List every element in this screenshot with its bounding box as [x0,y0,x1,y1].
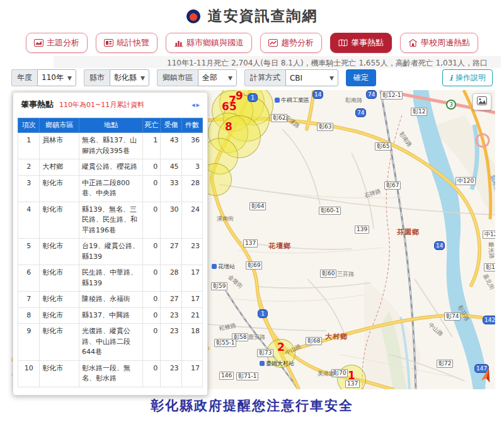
map-text-label: 芬園鄉 [397,227,420,237]
cell-district: 彰化市 [40,360,79,387]
table-row[interactable]: 2 大村鄉 縱貫公路、櫻花路 0 45 3 [18,159,203,176]
cell-deaths: 0 [143,265,161,292]
county-select[interactable]: 彰化縣▼ [110,69,149,86]
road-number-label: 彰67 [384,181,401,190]
county-label: 縣市 [84,69,110,86]
cell-rank: 7 [18,292,40,308]
road-number-label: 中121 [483,231,495,239]
school-icon [408,39,418,47]
cell-injuries: 28 [161,265,181,292]
cell-injuries: 23 [161,360,181,387]
table-row[interactable]: 7 彰化市 陳稜路、永福街 0 27 17 [18,292,203,308]
table-row[interactable]: 6 彰化市 民生路、中華路、縣139 0 28 17 [18,265,203,292]
cell-location: 彰水路一段、無名、彰水路 [79,360,142,387]
footer-safety-message: 彰化縣政府提醒您注意行車安全 [0,397,504,414]
cell-location: 台19、縱貫公路、縣139 [79,239,142,265]
help-button[interactable]: i操作說明 [442,69,493,86]
nav-school-hotspots[interactable]: 學校周邊熱點 [400,33,478,53]
chevron-down-icon: ▼ [67,75,72,81]
route-shield: 74 [366,90,377,99]
cell-district: 彰化市 [40,292,79,308]
year-select[interactable]: 110年▼ [37,69,76,86]
road-number-label: 彰189 [484,263,495,271]
cell-deaths: 0 [143,175,161,202]
road-number-label: 彰12 [411,108,427,116]
cell-cases: 17 [181,265,202,292]
cell-district: 彰化市 [40,307,79,324]
cell-rank: 4 [18,202,40,239]
panel-collapse-icon[interactable]: ◂▸ [192,101,201,109]
cell-injuries: 23 [161,324,181,361]
road-number-label: 彰65 [375,142,391,151]
col-rank: 項次 [18,118,40,133]
area-chart-icon [34,39,43,47]
road-number-label: 彰12-1 [381,91,403,100]
hotspot-rank-number[interactable]: 6 [222,101,229,112]
route-shield: 142 [483,316,495,324]
map-text-label: 大村鄉 [325,332,348,341]
filter-bar: 年度 110年▼ 縣市 彰化縣▼ 鄉鎮市區 全部▼ 計算方式 CBI▼ 確定 i… [11,69,493,86]
road-number-label: 139 [355,225,369,234]
stats-ticker: 110年1-11月死亡 2,704人(每日 8.1人)，機車騎士死亡 1,655… [54,56,501,68]
trend-chart-icon [268,39,278,47]
table-row[interactable]: 10 彰化市 彰水路一段、無名、彰水路 0 23 17 [18,360,203,387]
cell-location: 中正路二段800巷、中央路 [79,175,142,202]
table-row[interactable]: 4 彰化市 縣139、無名、三民路、民生路、和平路196巷 0 30 24 [18,202,203,239]
table-row[interactable]: 9 彰化市 光復路、縱貫公路、中山路二段644巷 0 23 18 [18,324,203,361]
basemap-toggle-button[interactable] [472,93,491,110]
cell-rank: 10 [18,360,40,387]
hotspot-rank-number[interactable]: 8 [225,122,232,132]
map-text-label: 花壇站 [212,263,235,271]
road-number-label: 146 [219,372,234,380]
nav-crash-hotspots[interactable]: 肇事熱點 [330,33,392,53]
cell-rank: 2 [18,159,40,176]
cell-deaths: 0 [143,360,161,387]
hotspot-rank-number[interactable]: 2 [277,342,285,353]
cell-deaths: 1 [143,133,161,159]
cell-rank: 9 [18,324,40,361]
north-arrow-icon [480,367,494,384]
map-text-label: 美港路 [318,370,335,378]
hotspot-rank-number[interactable]: 5 [229,101,237,112]
table-row[interactable]: 1 員林市 無名、縣137、山腳路六段395巷 1 43 36 [18,133,203,159]
cell-cases: 21 [181,307,202,324]
map-text-label: 臺鐵大村站 [260,360,294,368]
method-select[interactable]: CBI▼ [285,69,338,86]
nav-theme-analysis[interactable]: 主題分析 [26,33,88,53]
stats-card-icon [104,39,113,47]
table-row[interactable]: 3 彰化市 中正路二段800巷、中央路 0 33 28 [18,175,203,202]
cell-district: 彰化市 [40,265,79,292]
nav-county-township[interactable]: 縣市鄉鎮與國道 [166,33,252,53]
cell-cases: 17 [181,292,202,308]
cell-injuries: 30 [161,202,181,239]
map-text-label: 彰南路 [345,96,362,105]
cell-deaths: 0 [143,307,161,324]
road-number-label: 137 [243,239,258,248]
hotspot-table: 項次 鄉鎮市區 地點 死亡 受傷 件數 1 員林市 無名、縣137、山腳路六段3… [18,118,203,387]
col-cases: 件數 [181,118,202,133]
table-row[interactable]: 8 彰化市 縣137、中興路 0 23 21 [18,307,203,324]
cell-deaths: 0 [143,324,161,361]
cell-location: 民生路、中華路、縣139 [79,265,142,292]
chevron-down-icon: ▼ [140,75,145,81]
road-number-label: 彰72 [437,360,453,368]
col-deaths: 死亡 [143,118,161,133]
hotspot-table-body: 1 員林市 無名、縣137、山腳路六段395巷 1 43 36 2 大村鄉 縱貫… [18,133,203,387]
route-shield: 74 [355,108,366,117]
nav-stats-overview[interactable]: 統計快覽 [96,33,158,53]
road-number-label: 137 [345,380,360,388]
bar-chart-icon [174,39,183,47]
nav-trend-analysis[interactable]: 趨勢分析 [260,33,322,53]
confirm-button[interactable]: 確定 [346,69,376,86]
hotspot-panel-title: 肇事熱點 [21,99,54,110]
cell-cases: 18 [181,324,202,361]
chevron-down-icon: ▼ [228,75,232,81]
district-select[interactable]: 全部▼ [198,69,237,86]
table-row[interactable]: 5 彰化市 台19、縱貫公路、縣139 0 27 23 [18,239,203,265]
cell-rank: 5 [18,239,40,265]
district-filter-group: 鄉鎮市區 全部▼ [157,69,237,86]
cell-district: 彰化市 [40,239,79,265]
county-filter-group: 縣市 彰化縣▼ [84,69,149,86]
cell-injuries: 45 [161,159,181,176]
road-number-label: 彰60-1 [319,207,341,215]
